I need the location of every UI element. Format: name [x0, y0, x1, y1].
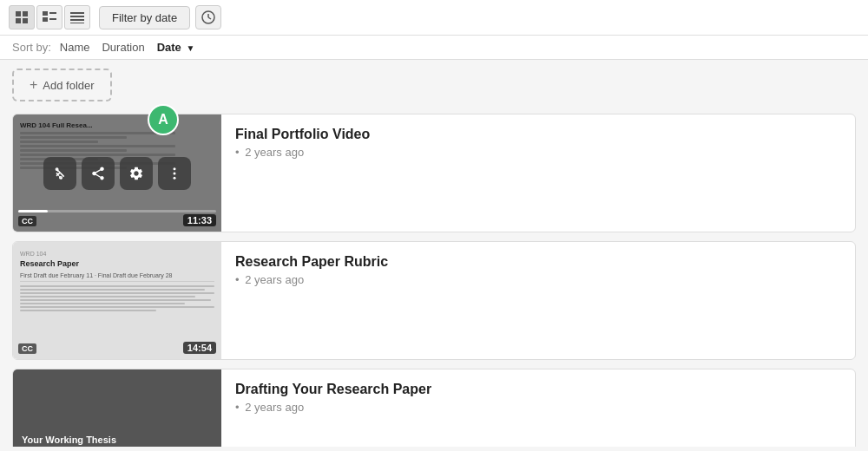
meta-dot: •: [235, 273, 240, 286]
svg-rect-5: [49, 12, 56, 14]
cut-icon-button[interactable]: [43, 157, 76, 190]
svg-rect-3: [23, 18, 28, 23]
settings-icon-button[interactable]: [120, 157, 153, 190]
svg-rect-9: [70, 16, 84, 17]
add-folder-button[interactable]: + Add folder: [12, 69, 112, 101]
video-meta: • 2 years ago: [235, 273, 388, 286]
svg-rect-4: [43, 11, 48, 16]
sort-by-label: Sort by:: [12, 41, 51, 54]
video-thumbnail[interactable]: WRD 104 Full Resea...: [13, 114, 221, 232]
list-item: A WRD 104 Full Resea...: [12, 114, 856, 232]
view-list-button[interactable]: [64, 5, 90, 29]
svg-rect-7: [49, 18, 56, 20]
video-title: Drafting Your Research Paper: [235, 382, 431, 397]
sort-arrow-icon: ▼: [186, 43, 194, 53]
list-item: Your Working Thesis Use your voice/persp…: [12, 369, 856, 447]
svg-rect-1: [23, 11, 28, 16]
svg-point-17: [174, 176, 176, 179]
svg-rect-10: [70, 19, 84, 21]
video-meta: • 2 years ago: [235, 146, 370, 159]
clock-button[interactable]: [195, 5, 221, 29]
video-info: Research Paper Rubric • 2 years ago: [221, 242, 402, 298]
svg-rect-2: [16, 18, 21, 23]
thumb-sub: First Draft due February 11 · Final Draf…: [20, 272, 214, 282]
thumb-title: Research Paper: [20, 259, 214, 268]
svg-rect-0: [16, 11, 21, 16]
video-duration: 14:54: [183, 342, 216, 354]
sort-date[interactable]: Date ▼: [157, 41, 195, 54]
video-duration: 11:33: [183, 214, 216, 226]
svg-point-15: [174, 167, 176, 170]
sort-duration[interactable]: Duration: [102, 41, 144, 54]
thumb-drafting-title: Your Working Thesis: [22, 435, 213, 445]
video-info: Drafting Your Research Paper • 2 years a…: [221, 369, 445, 426]
sort-bar: Sort by: Name Duration Date ▼: [0, 36, 868, 60]
svg-point-16: [174, 172, 176, 174]
video-info: Final Portfolio Video • 2 years ago: [221, 114, 384, 171]
add-folder-icon: +: [30, 77, 37, 93]
cc-badge: CC: [18, 216, 36, 226]
video-thumbnail[interactable]: Your Working Thesis Use your voice/persp…: [13, 369, 221, 447]
meta-dot: •: [235, 401, 240, 414]
video-thumbnail[interactable]: WRD 104 Research Paper First Draft due F…: [13, 242, 221, 359]
filter-by-date-button[interactable]: Filter by date: [99, 6, 190, 29]
view-buttons: [9, 5, 90, 29]
video-title: Research Paper Rubric: [235, 254, 388, 270]
add-folder-label: Add folder: [43, 79, 94, 92]
thumb-label: WRD 104: [20, 251, 214, 257]
progress-bar-fill: [18, 210, 48, 212]
more-options-icon-button[interactable]: [158, 157, 191, 190]
video-title: Final Portfolio Video: [235, 127, 370, 142]
list-item: WRD 104 Research Paper First Draft due F…: [12, 241, 856, 360]
share-icon-button[interactable]: [82, 157, 115, 190]
svg-line-14: [208, 17, 211, 19]
view-list-compact-button[interactable]: [36, 5, 62, 29]
thumb-body: [20, 285, 214, 311]
svg-rect-8: [70, 12, 84, 14]
svg-rect-11: [70, 23, 84, 23]
toolbar: Filter by date: [0, 0, 868, 36]
cc-badge: CC: [18, 343, 36, 354]
avatar: A: [148, 104, 179, 135]
video-progress-bar: [18, 210, 216, 212]
video-meta: • 2 years ago: [235, 401, 431, 414]
sort-name[interactable]: Name: [60, 41, 90, 54]
main-content: + Add folder A WRD 104 Full Resea...: [0, 60, 868, 447]
svg-rect-6: [43, 17, 48, 22]
meta-dot: •: [235, 146, 240, 159]
view-grid-button[interactable]: [9, 5, 35, 29]
